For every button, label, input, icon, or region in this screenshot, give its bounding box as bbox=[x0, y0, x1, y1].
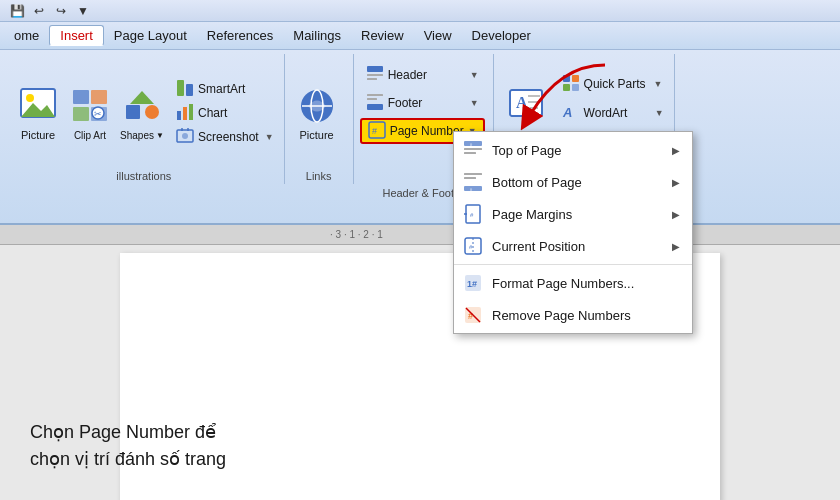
svg-rect-50 bbox=[464, 177, 476, 179]
format-page-numbers-label: Format Page Numbers... bbox=[492, 276, 634, 291]
svg-rect-14 bbox=[177, 111, 181, 120]
smartart-button[interactable]: SmartArt bbox=[172, 78, 278, 100]
svg-rect-45 bbox=[464, 141, 482, 146]
clipart-button[interactable]: ✂ Clip Art bbox=[68, 78, 112, 148]
svg-text:A: A bbox=[516, 94, 528, 111]
header-label: Header bbox=[388, 68, 427, 82]
qat-dropdown[interactable]: ▼ bbox=[74, 2, 92, 20]
quick-parts-button[interactable]: Quick Parts ▼ bbox=[558, 71, 668, 97]
qat-redo[interactable]: ↪ bbox=[52, 2, 70, 20]
picture-icon bbox=[18, 86, 58, 126]
bottom-of-page-icon: # bbox=[462, 171, 484, 193]
svg-rect-12 bbox=[177, 80, 184, 96]
instruction-line2: chọn vị trí đánh số trang bbox=[30, 446, 226, 473]
footer-icon bbox=[366, 93, 384, 114]
clipart-icon: ✂ bbox=[70, 87, 110, 127]
chart-icon bbox=[176, 103, 194, 124]
svg-rect-15 bbox=[183, 107, 187, 120]
svg-text:1#: 1# bbox=[467, 279, 477, 289]
current-position-item[interactable]: # Current Position ▶ bbox=[454, 230, 692, 262]
menubar-item-view[interactable]: View bbox=[414, 26, 462, 45]
header-button[interactable]: Header ▼ bbox=[360, 62, 485, 88]
svg-rect-26 bbox=[367, 78, 377, 80]
quick-parts-icon bbox=[562, 74, 580, 95]
qat-undo[interactable]: ↩ bbox=[30, 2, 48, 20]
dropdown-divider bbox=[454, 264, 692, 265]
menubar-item-review[interactable]: Review bbox=[351, 26, 414, 45]
menubar: ome Insert Page Layout References Mailin… bbox=[0, 22, 840, 50]
top-of-page-item[interactable]: # Top of Page ▶ bbox=[454, 134, 692, 166]
bottom-of-page-arrow: ▶ bbox=[672, 177, 680, 188]
bottom-of-page-item[interactable]: # Bottom of Page ▶ bbox=[454, 166, 692, 198]
shapes-label: Shapes ▼ bbox=[120, 130, 164, 142]
wordart-label: WordArt bbox=[584, 106, 628, 120]
svg-text:✂: ✂ bbox=[94, 109, 102, 119]
current-position-arrow: ▶ bbox=[672, 241, 680, 252]
top-of-page-icon: # bbox=[462, 139, 484, 161]
wordart-arrow: ▼ bbox=[655, 108, 664, 118]
ribbon-content: Picture ✂ Clip Art bbox=[0, 50, 840, 197]
menubar-item-developer[interactable]: Developer bbox=[462, 26, 541, 45]
svg-rect-51 bbox=[464, 186, 482, 191]
svg-rect-37 bbox=[563, 75, 570, 82]
current-position-icon: # bbox=[462, 235, 484, 257]
svg-rect-9 bbox=[126, 105, 140, 119]
page-margins-label: Page Margins bbox=[492, 207, 572, 222]
top-of-page-label: Top of Page bbox=[492, 143, 561, 158]
chart-button[interactable]: Chart bbox=[172, 102, 278, 124]
format-page-numbers-item[interactable]: 1# Format Page Numbers... bbox=[454, 267, 692, 299]
svg-rect-25 bbox=[367, 74, 383, 76]
svg-rect-28 bbox=[367, 98, 377, 100]
shapes-button[interactable]: Shapes ▼ bbox=[116, 78, 168, 148]
remove-page-numbers-icon: # bbox=[462, 304, 484, 326]
screenshot-button[interactable]: Screenshot ▼ bbox=[172, 126, 278, 148]
svg-point-10 bbox=[145, 105, 159, 119]
svg-text:A: A bbox=[562, 105, 572, 120]
menubar-item-insert[interactable]: Insert bbox=[49, 25, 104, 46]
qat-save[interactable]: 💾 bbox=[8, 2, 26, 20]
remove-page-numbers-item[interactable]: # Remove Page Numbers bbox=[454, 299, 692, 331]
shapes-icon bbox=[122, 87, 162, 127]
picture-button[interactable]: Picture bbox=[12, 78, 64, 148]
svg-rect-46 bbox=[464, 148, 482, 150]
smartart-icon bbox=[176, 79, 194, 100]
screenshot-arrow: ▼ bbox=[265, 132, 274, 142]
svg-rect-29 bbox=[367, 104, 383, 110]
page-number-dropdown: # Top of Page ▶ # Bottom of Page ▶ # Pag… bbox=[453, 131, 693, 334]
current-position-label: Current Position bbox=[492, 239, 585, 254]
svg-rect-16 bbox=[189, 104, 193, 120]
top-of-page-arrow: ▶ bbox=[672, 145, 680, 156]
footer-button[interactable]: Footer ▼ bbox=[360, 90, 485, 116]
menubar-item-mailings[interactable]: Mailings bbox=[283, 26, 351, 45]
instruction-line1: Chọn Page Number để bbox=[30, 419, 226, 446]
links-icon bbox=[297, 86, 337, 126]
illustrations-group-label: illustrations bbox=[4, 170, 284, 182]
svg-point-18 bbox=[182, 133, 188, 139]
quick-parts-arrow: ▼ bbox=[654, 79, 663, 89]
page-margins-item[interactable]: # Page Margins ▶ bbox=[454, 198, 692, 230]
bottom-of-page-label: Bottom of Page bbox=[492, 175, 582, 190]
screenshot-label: Screenshot bbox=[198, 130, 259, 144]
ribbon: Picture ✂ Clip Art bbox=[0, 50, 840, 225]
links-button[interactable]: Picture bbox=[291, 78, 343, 148]
menubar-item-home[interactable]: ome bbox=[4, 26, 49, 45]
svg-text:#: # bbox=[469, 244, 473, 250]
svg-point-1 bbox=[26, 94, 34, 102]
screenshot-icon bbox=[176, 127, 194, 148]
menubar-item-pagelayout[interactable]: Page Layout bbox=[104, 26, 197, 45]
footer-arrow: ▼ bbox=[470, 98, 479, 108]
svg-text:#: # bbox=[470, 212, 474, 218]
picture-label: Picture bbox=[21, 129, 55, 142]
svg-text:#: # bbox=[372, 126, 377, 136]
svg-rect-47 bbox=[464, 152, 476, 154]
format-page-numbers-icon: 1# bbox=[462, 272, 484, 294]
header-icon bbox=[366, 65, 384, 86]
chart-label: Chart bbox=[198, 106, 227, 120]
clipart-label: Clip Art bbox=[74, 130, 106, 142]
svg-rect-3 bbox=[73, 90, 89, 104]
illustrations-group: Picture ✂ Clip Art bbox=[4, 54, 285, 184]
ruler-marks: · 3 · 1 · 2 · 1 bbox=[330, 229, 383, 240]
menubar-item-references[interactable]: References bbox=[197, 26, 283, 45]
header-arrow: ▼ bbox=[470, 70, 479, 80]
wordart-button[interactable]: A WordArt ▼ bbox=[558, 100, 668, 126]
